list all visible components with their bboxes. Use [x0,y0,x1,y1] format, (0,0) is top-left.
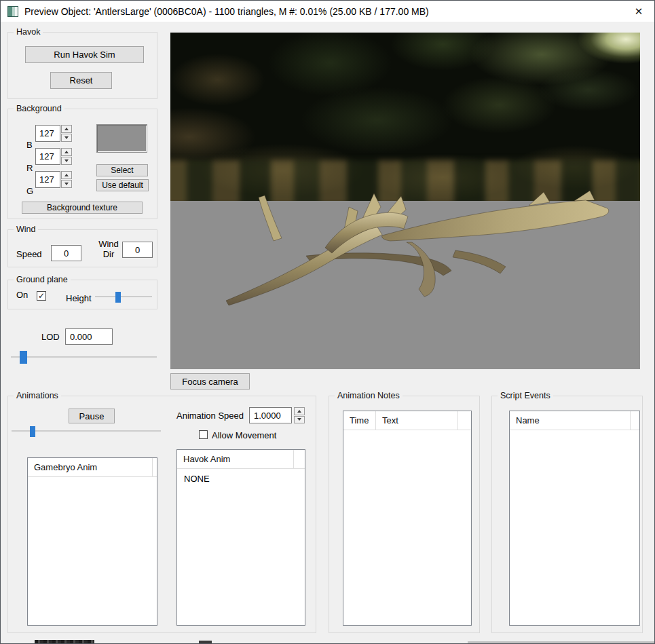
background-texture-image [170,33,640,201]
arrow-up-icon [64,128,69,130]
background-r-spinner[interactable]: 127 [35,148,72,165]
gamebryo-anim-column-header[interactable]: Gamebryo Anim [28,458,153,476]
animations-group: Animations Pause Animation Speed 1.0000 … [7,396,316,633]
ground-height-label: Height [66,293,92,303]
close-button[interactable]: ✕ [623,1,654,22]
spin-down-button[interactable] [61,180,72,188]
background-g-value[interactable]: 127 [35,171,60,188]
gamebryo-anim-list[interactable]: Gamebryo Anim [27,457,157,626]
preview-viewport[interactable] [170,33,640,369]
lod-label: LOD [41,332,60,342]
ground-on-checkbox[interactable]: ✓ [37,291,46,301]
text-column-header[interactable]: Text [376,411,458,430]
script-events-group: Script Events Name [491,396,643,633]
havok-group: Havok Run Havok Sim Reset [7,32,157,99]
arrow-down-icon [64,136,69,139]
time-column-header[interactable]: Time [343,411,376,430]
background-window-artifact [468,641,655,644]
background-b-label: B [26,140,33,150]
background-window-artifact [35,640,94,644]
list-item[interactable]: NONE [177,469,305,484]
background-r-value[interactable]: 127 [35,148,60,165]
background-g-label: G [26,186,33,196]
title-bar[interactable]: Preview Object: 'AntlersLarge' (0006BC0A… [1,1,654,22]
animation-notes-table[interactable]: Time Text [343,411,472,626]
select-color-button[interactable]: Select [96,164,148,176]
background-b-value[interactable]: 127 [35,125,60,142]
background-r-label: R [26,163,33,173]
wind-dir-label: Wind Dir [94,239,124,259]
pause-button[interactable]: Pause [69,409,115,423]
ground-height-slider[interactable] [95,292,152,303]
spin-up-button[interactable] [61,148,72,156]
slider-thumb[interactable] [30,426,35,437]
background-window-artifact [199,641,212,644]
havok-group-label: Havok [14,27,43,37]
havok-anim-column-header[interactable]: Havok Anim [177,450,294,468]
focus-camera-button[interactable]: Focus camera [170,373,250,390]
wind-speed-input[interactable]: 0 [51,245,81,261]
ground-plane-group-label: Ground plane [14,275,71,284]
slider-thumb[interactable] [115,292,121,303]
name-column-header[interactable]: Name [510,411,631,430]
wind-speed-label: Speed [16,249,42,259]
animation-notes-group-label: Animation Notes [335,391,403,400]
havok-anim-list[interactable]: Havok Anim NONE [176,449,305,626]
animation-speed-spin[interactable] [294,407,305,423]
ground-plane-group: Ground plane On ✓ Height [7,280,157,309]
script-events-table[interactable]: Name [509,411,640,626]
reset-button[interactable]: Reset [50,72,112,89]
slider-track [95,296,152,298]
background-color-swatch [96,124,147,153]
antlers-model [211,185,618,311]
background-g-spinner[interactable]: 127 [35,171,72,188]
lod-slider[interactable] [11,351,157,364]
background-group-label: Background [14,104,64,113]
animation-speed-input[interactable]: 1.0000 [249,407,292,423]
wind-dir-input[interactable]: 0 [122,242,153,258]
background-b-spinner[interactable]: 127 [35,125,72,142]
animations-group-label: Animations [14,391,61,400]
arrow-down-icon [297,418,301,421]
background-texture-button[interactable]: Background texture [22,202,143,214]
slider-track [11,356,157,358]
slider-thumb[interactable] [20,351,27,364]
run-havok-sim-button[interactable]: Run Havok Sim [25,46,144,63]
ground-on-label: On [16,290,28,300]
arrow-up-icon [64,174,69,176]
close-icon: ✕ [635,5,643,18]
wind-group: Wind Speed 0 Wind Dir 0 [7,229,157,267]
allow-movement-label: Allow Movement [212,430,276,440]
spin-down-button[interactable] [61,157,72,165]
animation-notes-group: Animation Notes Time Text [329,396,480,633]
arrow-down-icon [64,183,69,185]
spin-up-button[interactable] [61,171,72,179]
window-icon [7,6,18,17]
preview-object-window: Preview Object: 'AntlersLarge' (0006BC0A… [0,0,655,644]
allow-movement-checkbox[interactable] [199,430,208,439]
window-title: Preview Object: 'AntlersLarge' (0006BC0A… [24,6,429,17]
arrow-up-icon [64,151,69,153]
animation-position-slider[interactable] [12,426,161,437]
animation-speed-label: Animation Speed [176,411,244,421]
background-group: Background 127 B 127 R 127 G Se [7,109,157,219]
spin-up-button[interactable] [294,407,305,415]
wind-group-label: Wind [14,225,38,234]
use-default-button[interactable]: Use default [96,179,149,191]
script-events-group-label: Script Events [498,391,553,400]
lod-input[interactable]: 0.000 [65,328,113,345]
spin-down-button[interactable] [294,416,305,424]
arrow-down-icon [64,159,69,162]
spin-down-button[interactable] [61,134,72,142]
spin-up-button[interactable] [61,125,72,133]
arrow-up-icon [297,410,301,413]
